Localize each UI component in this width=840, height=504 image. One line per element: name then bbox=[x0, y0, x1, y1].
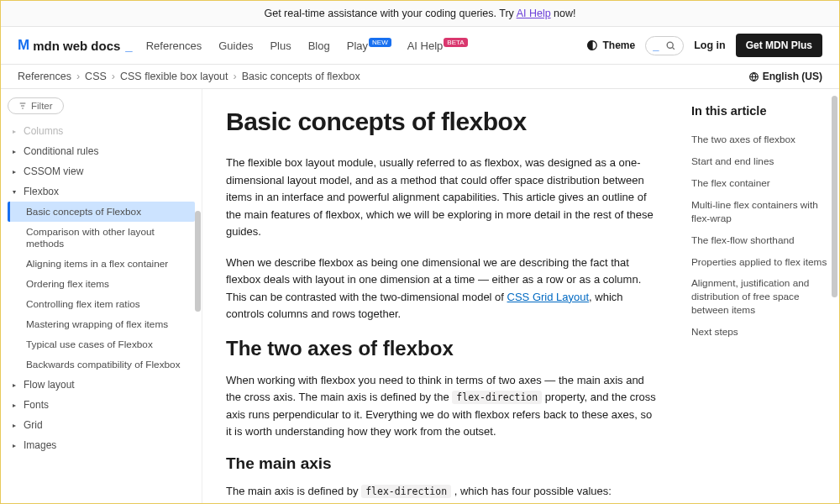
toc-item-flex-container[interactable]: The flex container bbox=[691, 173, 827, 195]
caret-down-icon: ▾ bbox=[13, 188, 19, 196]
crumb-css[interactable]: CSS bbox=[85, 71, 107, 82]
toc-heading: In this article bbox=[691, 104, 827, 118]
filter-placeholder: Filter bbox=[31, 101, 53, 111]
globe-icon bbox=[748, 71, 759, 82]
sub-item-wrapping[interactable]: Mastering wrapping of flex items bbox=[8, 314, 195, 334]
crumb-current: Basic concepts of flexbox bbox=[242, 71, 360, 82]
chevron-right-icon: › bbox=[76, 71, 80, 82]
top-nav: Mmdn web docs_ References Guides Plus Bl… bbox=[1, 27, 839, 65]
language-selector[interactable]: English (US) bbox=[748, 71, 822, 82]
nav-items: References Guides Plus Blog PlayNEW AI H… bbox=[146, 39, 574, 52]
toc-item-next-steps[interactable]: Next steps bbox=[691, 322, 827, 344]
content-row: Filter ▸Columns ▸Conditional rules ▸CSSO… bbox=[1, 89, 839, 504]
sidebar-item-conditional-rules[interactable]: ▸Conditional rules bbox=[8, 141, 195, 161]
login-link[interactable]: Log in bbox=[694, 39, 726, 51]
logo-mark: M bbox=[18, 37, 29, 54]
caret-right-icon: ▸ bbox=[13, 148, 19, 155]
heading-main-axis: The main axis bbox=[226, 454, 656, 473]
sub-item-aligning[interactable]: Aligning items in a flex container bbox=[8, 254, 195, 274]
page-title: Basic concepts of flexbox bbox=[226, 108, 656, 136]
logo-underscore: _ bbox=[125, 39, 132, 53]
main-axis-paragraph: The main axis is defined by flex-directi… bbox=[226, 483, 656, 501]
toc-item-flex-flow[interactable]: The flex-flow shorthand bbox=[691, 230, 827, 252]
nav-guides[interactable]: Guides bbox=[218, 39, 253, 52]
right-controls: Theme _ Log in Get MDN Plus bbox=[586, 34, 822, 57]
toc-item-two-axes[interactable]: The two axes of flexbox bbox=[691, 129, 827, 151]
crumb-flexible-box[interactable]: CSS flexible box layout bbox=[120, 71, 228, 82]
sidebar-item-images[interactable]: ▸Images bbox=[8, 435, 195, 455]
toc-item-alignment[interactable]: Alignment, justification and distributio… bbox=[691, 273, 827, 322]
sidebar: Filter ▸Columns ▸Conditional rules ▸CSSO… bbox=[1, 89, 202, 504]
crumb-references[interactable]: References bbox=[18, 71, 71, 82]
link-css-grid-layout[interactable]: CSS Grid Layout bbox=[507, 291, 590, 303]
logo-text: mdn web docs bbox=[33, 39, 120, 53]
promo-banner: Get real-time assistance with your codin… bbox=[1, 1, 839, 27]
filter-icon bbox=[18, 102, 27, 110]
svg-line-2 bbox=[673, 47, 675, 49]
axes-paragraph: When working with flexbox you need to th… bbox=[226, 372, 656, 441]
sub-item-backwards-compat[interactable]: Backwards compatibility of Flexbox bbox=[8, 354, 195, 375]
sub-item-ratios[interactable]: Controlling flex item ratios bbox=[8, 294, 195, 314]
table-of-contents: In this article The two axes of flexbox … bbox=[680, 89, 839, 504]
intro-paragraph-2: When we describe flexbox as being one di… bbox=[226, 255, 656, 323]
theme-icon bbox=[586, 39, 598, 51]
get-plus-button[interactable]: Get MDN Plus bbox=[736, 34, 822, 57]
caret-right-icon: ▸ bbox=[13, 128, 19, 135]
search-icon bbox=[665, 40, 676, 51]
breadcrumb: References › CSS › CSS flexible box layo… bbox=[18, 71, 360, 82]
language-label: English (US) bbox=[763, 71, 822, 82]
toc-item-start-end[interactable]: Start and end lines bbox=[691, 151, 827, 173]
sidebar-item-flexbox[interactable]: ▾Flexbox bbox=[8, 181, 195, 202]
caret-right-icon: ▸ bbox=[13, 442, 19, 449]
nav-play[interactable]: PlayNEW bbox=[347, 39, 391, 52]
badge-beta: BETA bbox=[444, 38, 467, 47]
caret-right-icon: ▸ bbox=[13, 402, 19, 409]
caret-right-icon: ▸ bbox=[13, 381, 19, 389]
scrollbar-thumb[interactable] bbox=[832, 96, 837, 297]
sidebar-item-grid[interactable]: ▸Grid bbox=[8, 415, 195, 435]
main-article: Basic concepts of flexbox The flexible b… bbox=[202, 89, 680, 504]
nav-ai-help[interactable]: AI HelpBETA bbox=[407, 39, 467, 52]
badge-new: NEW bbox=[369, 38, 391, 47]
banner-link[interactable]: AI Help bbox=[517, 8, 551, 19]
sub-item-use-cases[interactable]: Typical use cases of Flexbox bbox=[8, 334, 195, 354]
filter-input[interactable]: Filter bbox=[8, 97, 64, 114]
sidebar-item-flow-layout[interactable]: ▸Flow layout bbox=[8, 375, 195, 395]
scrollbar-thumb[interactable] bbox=[195, 211, 201, 312]
svg-point-1 bbox=[667, 42, 673, 48]
chevron-right-icon: › bbox=[112, 71, 115, 82]
caret-right-icon: ▸ bbox=[13, 422, 19, 429]
nav-plus[interactable]: Plus bbox=[270, 39, 291, 52]
sub-item-comparison[interactable]: Comparison with other layout methods bbox=[8, 222, 195, 254]
intro-paragraph-1: The flexible box layout module, usually … bbox=[226, 155, 656, 241]
search-box[interactable]: _ bbox=[645, 36, 684, 55]
toc-item-flex-wrap[interactable]: Multi-line flex containers with flex-wra… bbox=[691, 195, 827, 230]
nav-references[interactable]: References bbox=[146, 39, 202, 52]
sub-item-basic-concepts[interactable]: Basic concepts of Flexbox bbox=[8, 202, 195, 222]
code-flex-direction: flex-direction bbox=[452, 391, 542, 404]
nav-blog[interactable]: Blog bbox=[308, 39, 330, 52]
code-flex-direction: flex-direction bbox=[361, 485, 451, 498]
sidebar-item-fonts[interactable]: ▸Fonts bbox=[8, 395, 195, 415]
banner-text-after: now! bbox=[551, 8, 576, 19]
sidebar-item-cssom-view[interactable]: ▸CSSOM view bbox=[8, 161, 195, 181]
search-cursor-icon: _ bbox=[653, 39, 659, 52]
theme-label: Theme bbox=[602, 39, 635, 51]
caret-right-icon: ▸ bbox=[13, 168, 19, 176]
banner-text: Get real-time assistance with your codin… bbox=[264, 8, 516, 19]
logo[interactable]: Mmdn web docs_ bbox=[18, 37, 133, 54]
heading-two-axes: The two axes of flexbox bbox=[226, 337, 656, 360]
theme-toggle[interactable]: Theme bbox=[586, 39, 635, 51]
chevron-right-icon: › bbox=[234, 71, 237, 82]
sidebar-item-columns[interactable]: ▸Columns bbox=[8, 121, 195, 141]
toc-item-properties[interactable]: Properties applied to flex items bbox=[691, 252, 827, 274]
sub-item-ordering[interactable]: Ordering flex items bbox=[8, 274, 195, 294]
breadcrumb-row: References › CSS › CSS flexible box layo… bbox=[1, 65, 839, 89]
